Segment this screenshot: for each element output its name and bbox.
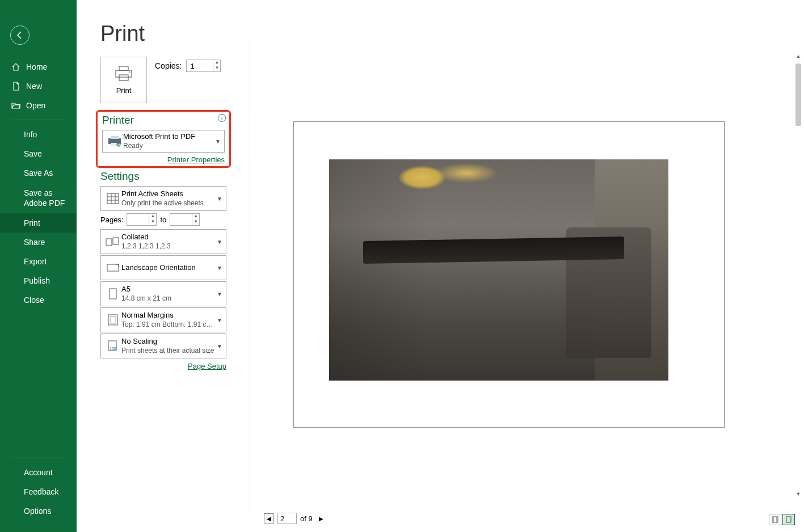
next-page-button[interactable]: ▶ xyxy=(316,513,326,523)
chevron-down-icon: ▼ xyxy=(215,138,221,145)
printer-device-icon xyxy=(106,135,123,147)
print-button[interactable]: Print xyxy=(100,57,147,103)
sidebar-item-publish[interactable]: Publish xyxy=(0,271,77,290)
preview-scrollbar[interactable]: ▲ ▼ xyxy=(795,52,802,498)
view-buttons xyxy=(769,514,795,525)
new-icon xyxy=(11,82,20,91)
sidebar-label: Open xyxy=(26,101,45,110)
printer-properties-link[interactable]: Printer Properties xyxy=(167,155,225,164)
current-page-input[interactable] xyxy=(277,513,297,524)
dd-line2: Top: 1.91 cm Bottom: 1.91 c… xyxy=(121,320,217,330)
scroll-thumb[interactable] xyxy=(795,64,801,126)
dd-line2: 14.8 cm x 21 cm xyxy=(121,294,217,303)
settings-section: Settings Print Active Sheets Only print … xyxy=(100,170,226,371)
svg-rect-23 xyxy=(107,264,119,271)
sidebar-item-info[interactable]: Info xyxy=(0,125,77,144)
copies-spinner[interactable]: ▲ ▼ xyxy=(186,60,221,72)
orientation-icon xyxy=(104,263,121,273)
copies-row: Copies: ▲ ▼ xyxy=(155,60,221,72)
pages-to-spinner[interactable]: ▲▼ xyxy=(170,213,200,226)
sidebar-label: Save as Adobe PDF xyxy=(24,188,65,208)
collate-icon xyxy=(104,237,121,247)
sidebar-item-close[interactable]: Close xyxy=(0,290,77,310)
svg-point-15 xyxy=(117,143,121,147)
margins-icon xyxy=(104,314,121,326)
svg-point-11 xyxy=(129,71,130,73)
page-total: of 9 xyxy=(300,514,313,523)
sidebar-item-saveas[interactable]: Save As xyxy=(0,163,77,183)
printer-info-icon[interactable]: i xyxy=(218,114,226,122)
dd-line1: Normal Margins xyxy=(121,311,217,320)
prev-page-button[interactable]: ◀ xyxy=(264,513,274,523)
page-setup-link[interactable]: Page Setup xyxy=(188,362,226,370)
pages-to-input[interactable] xyxy=(170,214,192,225)
sidebar-item-home[interactable]: Home xyxy=(0,57,77,77)
sheets-icon xyxy=(104,192,121,205)
printer-section-highlight: Printer i Microsoft Print to PDF Ready ▼… xyxy=(96,110,231,168)
pages-label: Pages: xyxy=(100,216,123,224)
sidebar-item-export[interactable]: Export xyxy=(0,252,77,271)
sidebar-item-print[interactable]: Print xyxy=(0,213,77,233)
sidebar-label: Account xyxy=(24,468,53,477)
svg-rect-21 xyxy=(106,239,112,246)
chevron-down-icon: ▼ xyxy=(217,196,222,202)
collate-dropdown[interactable]: Collated 1,2,3 1,2,3 1,2,3 ▼ xyxy=(100,229,226,254)
sidebar-item-options[interactable]: Options xyxy=(0,501,77,521)
scroll-up-icon[interactable]: ▲ xyxy=(795,52,802,60)
spinner-down-icon[interactable]: ▼ xyxy=(192,219,199,225)
sidebar-item-share[interactable]: Share xyxy=(0,233,77,252)
printer-name: Microsoft Print to PDF xyxy=(123,132,215,142)
show-margins-button[interactable] xyxy=(769,514,781,525)
sidebar-item-save[interactable]: Save xyxy=(0,144,77,163)
scaling-icon: 100 xyxy=(104,340,121,352)
svg-rect-32 xyxy=(786,517,791,522)
sidebar-label: Share xyxy=(24,238,45,247)
print-what-dropdown[interactable]: Print Active Sheets Only print the activ… xyxy=(100,186,226,211)
page-navigation: ◀ of 9 ▶ xyxy=(264,513,326,524)
sidebar-label: Home xyxy=(26,62,47,71)
printer-dropdown[interactable]: Microsoft Print to PDF Ready ▼ xyxy=(102,130,225,153)
settings-title: Settings xyxy=(100,170,226,183)
pages-from-input[interactable] xyxy=(127,214,149,225)
sidebar-item-save-adobe-pdf[interactable]: Save as Adobe PDF xyxy=(0,183,77,213)
back-button[interactable] xyxy=(10,26,30,45)
svg-rect-8 xyxy=(119,66,128,70)
sidebar-label: Options xyxy=(24,506,51,516)
sidebar-item-feedback[interactable]: Feedback xyxy=(0,482,77,501)
sidebar-item-open[interactable]: Open xyxy=(0,96,77,115)
backstage-sidebar: Home New Open Info Save Save As Save as … xyxy=(0,0,77,532)
scroll-down-icon[interactable]: ▼ xyxy=(795,490,802,498)
svg-rect-16 xyxy=(107,193,119,204)
zoom-to-page-button[interactable] xyxy=(782,514,795,525)
sidebar-item-new[interactable]: New xyxy=(0,77,77,96)
spinner-down-icon[interactable]: ▼ xyxy=(149,219,156,225)
dd-line1: Landscape Orientation xyxy=(121,263,217,273)
margins-dropdown[interactable]: Normal Margins Top: 1.91 cm Bottom: 1.91… xyxy=(100,307,226,332)
svg-rect-22 xyxy=(113,238,119,244)
spinner-down-icon[interactable]: ▼ xyxy=(213,66,220,71)
home-icon xyxy=(11,62,20,71)
svg-text:100: 100 xyxy=(110,347,116,351)
orientation-dropdown[interactable]: Landscape Orientation ▼ xyxy=(100,255,226,280)
paper-icon xyxy=(104,288,121,300)
sidebar-label: Save As xyxy=(24,168,53,178)
dd-line2: 1,2,3 1,2,3 1,2,3 xyxy=(121,242,217,251)
sidebar-item-account[interactable]: Account xyxy=(0,463,77,482)
preview-page xyxy=(293,121,725,428)
open-icon xyxy=(11,101,20,110)
main-content: Print Print Copies: ▲ ▼ Printer i M xyxy=(77,0,804,532)
dd-line2: Print sheets at their actual size xyxy=(121,347,217,356)
printer-icon xyxy=(114,66,133,82)
scaling-dropdown[interactable]: 100 No Scaling Print sheets at their act… xyxy=(100,333,226,358)
svg-rect-26 xyxy=(110,316,116,323)
pages-from-spinner[interactable]: ▲▼ xyxy=(127,213,157,226)
dd-line1: Collated xyxy=(121,233,217,242)
sidebar-label: Feedback xyxy=(24,487,58,496)
sidebar-label: Export xyxy=(24,257,47,266)
paper-size-dropdown[interactable]: A5 14.8 cm x 21 cm ▼ xyxy=(100,281,226,306)
chevron-down-icon: ▼ xyxy=(217,317,222,323)
chevron-down-icon: ▼ xyxy=(217,265,222,271)
divider xyxy=(11,120,65,120)
sidebar-label: Info xyxy=(24,130,37,139)
copies-input[interactable] xyxy=(187,60,213,71)
